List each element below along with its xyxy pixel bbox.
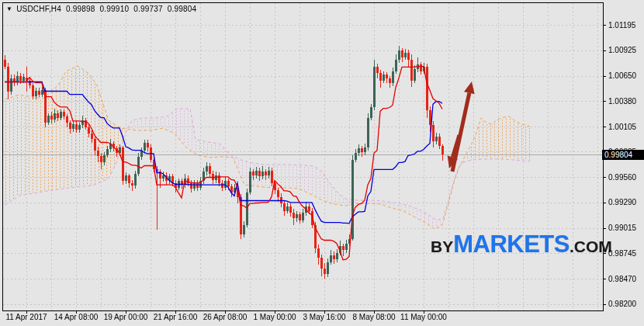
time-axis-label: 11 May 00:00 [389,313,459,321]
bymarkets-watermark: BYMARKETS.COM [431,231,612,258]
price-axis-label: 1.00650 [608,71,636,80]
price-axis-label: 1.01195 [608,21,635,29]
price-axis-label: 0.98470 [608,275,636,283]
forex-chart-window: { "window": { "symbol": "USDCHF,H4", "op… [0,0,644,326]
ohlc-high: 0.99910 [100,5,130,13]
price-axis-label: 1.00105 [608,123,636,131]
price-axis-label: 0.99290 [608,198,636,206]
watermark-by: BY [431,238,453,256]
watermark-markets: MARKETS [453,231,570,258]
watermark-com: .COM [570,238,612,256]
ohlc-open: 0.99898 [66,5,95,13]
price-axis-label: 0.98200 [608,300,636,308]
price-axis-label: 1.00380 [608,97,636,106]
price-axis-label: 0.99015 [608,224,636,232]
current-price-badge: 0.99804 [602,150,644,160]
ohlc-low: 0.99737 [133,5,163,13]
chart-symbol-label: USDCHF,H4 [16,5,61,13]
chart-title: ▼USDCHF,H40.998980.999100.997370.99804 [6,5,201,13]
price-axis-label: 1.00925 [608,46,636,54]
price-axis-label: 0.99560 [608,173,636,182]
chart-canvas[interactable] [0,0,644,326]
chart-dropdown-icon: ▼ [6,5,12,12]
price-axis-label: 0.98745 [608,249,636,258]
ohlc-close: 0.99804 [168,5,197,13]
